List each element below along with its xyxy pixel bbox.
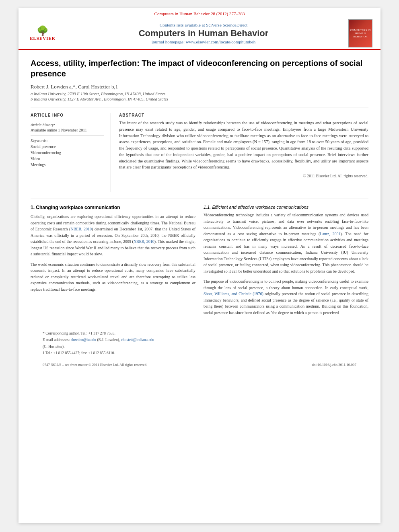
section1-heading: 1. Changing workplace communication (31, 205, 195, 210)
abstract-text: The intent of the research study was to … (119, 120, 368, 170)
ref-nber-2010b[interactable]: NBER, 2010 (134, 239, 154, 244)
journal-header: Computers in Human Behavior 28 (2012) 37… (19, 8, 380, 50)
affiliation-b: b Indiana University, 1127 E Atwater Ave… (31, 97, 368, 101)
email-link-lowden[interactable]: rlowden@iu.edu (71, 338, 96, 342)
article-page: Computers in Human Behavior 28 (2012) 37… (19, 8, 380, 523)
footnote-emails: E-mail addresses: rlowden@iu.edu (R.J. L… (43, 337, 356, 343)
journal-title-block: Contents lists available at SciVerse Sci… (59, 23, 348, 44)
article-content: Access, utility, imperfection: The impac… (19, 50, 380, 376)
body-columns: 1. Changing workplace communication Glob… (31, 205, 368, 320)
footnote-1: 1 Tel.: +1 812 855 4427; fax: +1 812 855… (43, 350, 356, 356)
journal-logo-row: 🌳 ELSEVIER Contents lists available at S… (27, 18, 372, 49)
issn-text: 0747-5632/$ – see front matter © 2011 El… (43, 363, 147, 367)
homepage-label: journal homepage: (152, 39, 186, 44)
body-left-column: 1. Changing workplace communication Glob… (31, 205, 195, 320)
elsevier-logo: 🌳 ELSEVIER (27, 23, 59, 43)
ref-lantz-2001[interactable]: Lantz, 2001 (320, 232, 340, 236)
footnotes-section: * Corresponding author. Tel.: +1 317 278… (31, 328, 368, 358)
ref-short-williams-christie[interactable]: Short, Williams, and Christie (1976) (204, 292, 263, 296)
keyword-videoconferencing: Videoconferencing (31, 150, 104, 156)
citation-text: Computers in Human Behavior 28 (2012) 37… (154, 11, 245, 16)
elsevier-text: ELSEVIER (30, 36, 56, 41)
journal-title: Computers in Human Behavior (59, 28, 348, 39)
footnote-hostetter: (C. Hostetter). (43, 344, 356, 349)
journal-citation: Computers in Human Behavior 28 (2012) 37… (27, 11, 372, 16)
article-title: Access, utility, imperfection: The impac… (31, 58, 368, 79)
keyword-social-presence: Social presence (31, 144, 104, 150)
contents-line: Contents lists available at SciVerse Sci… (59, 23, 348, 27)
keyword-video: Video (31, 156, 104, 162)
abstract-heading: ABSTRACT (119, 113, 368, 117)
email-link-hostetter[interactable]: chostett@indiana.edu (121, 338, 154, 342)
homepage-url[interactable]: www.elsevier.com/locate/comphumbeh (186, 39, 255, 44)
available-value: Available online 1 November 2011 (31, 128, 104, 132)
journal-homepage: journal homepage: www.elsevier.com/locat… (59, 39, 348, 44)
article-info-column: ARTICLE INFO Article history: Available … (31, 113, 111, 192)
section1-paragraph1: Globally, organizations are exploring op… (31, 214, 195, 257)
corresponding-text: * Corresponding author. Tel.: +1 317 278… (43, 331, 115, 335)
authors-line: Robert J. Lowden a,*, Carol Hostetter b,… (31, 84, 368, 90)
history-label: Article history: (31, 123, 104, 127)
section1-1-paragraph2: The purpose of videoconferencing is to c… (204, 278, 368, 316)
divider-after-affiliations (31, 107, 368, 107)
ref-nber-2010a[interactable]: NBER, 2010 (70, 227, 92, 231)
email-label: E-mail addresses: (43, 338, 71, 342)
elsevier-tree-icon: 🌳 (37, 26, 49, 36)
article-info-heading: ARTICLE INFO (31, 113, 104, 117)
abstract-column: ABSTRACT The intent of the research stud… (119, 113, 368, 192)
bottom-bar: 0747-5632/$ – see front matter © 2011 El… (31, 361, 368, 368)
journal-cover-image: COMPUTERS IN HUMAN BEHAVIOR (348, 19, 372, 47)
contents-text: Contents lists available at SciVerse Sci… (160, 23, 247, 27)
copyright-line: © 2011 Elsevier Ltd. All rights reserved… (119, 174, 368, 178)
authors-text: Robert J. Lowden a,*, Carol Hostetter b,… (31, 84, 118, 90)
section1-paragraph2: The world economic situation continues t… (31, 261, 195, 293)
section1-1-paragraph1: Videoconferencing technology includes a … (204, 212, 368, 274)
email1-name: (R.J. Lowden), (97, 338, 120, 342)
info-abstract-row: ARTICLE INFO Article history: Available … (31, 113, 368, 192)
cover-text: COMPUTERS IN HUMAN BEHAVIOR (350, 29, 371, 38)
section1-1-heading: 1.1. Efficient and effective workplace c… (204, 205, 368, 210)
body-right-column: 1.1. Efficient and effective workplace c… (204, 205, 368, 320)
footnote-corresponding: * Corresponding author. Tel.: +1 317 278… (43, 331, 356, 336)
hostetter-email-name: (C. Hostetter). (43, 345, 65, 349)
divider-before-body (31, 199, 368, 199)
keywords-label: Keywords: (31, 138, 104, 143)
keyword-meetings: Meetings (31, 162, 104, 168)
doi-text: doi:10.1016/j.chb.2011.10.007 (312, 363, 356, 367)
affiliation-a: a Indiana University, 2709 E 10th Street… (31, 92, 368, 96)
